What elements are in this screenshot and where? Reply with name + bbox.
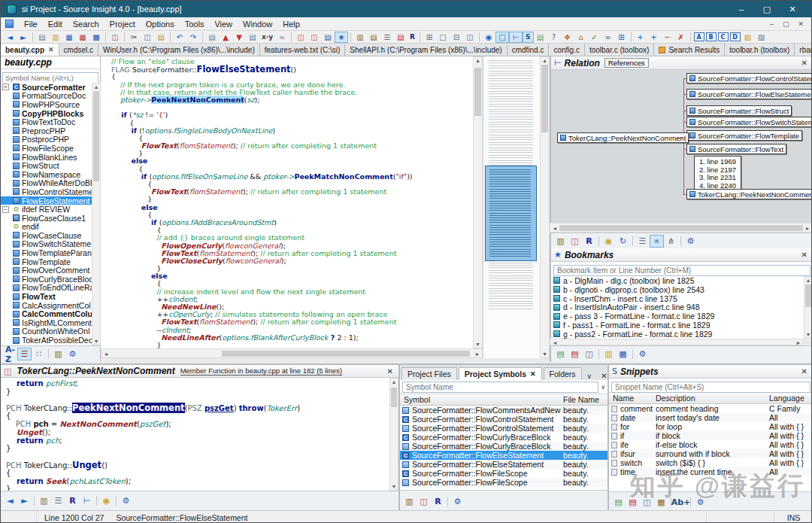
edit-snippet-button[interactable]: ▦ xyxy=(654,496,668,509)
tab-project-files[interactable]: Project Files xyxy=(401,367,457,380)
symbol-tree-item[interactable]: FlowWhileAfterDoBl xyxy=(1,179,100,188)
tab-toolbar.c[interactable]: toolbar.c (toolbox) xyxy=(585,44,655,56)
options-gear-button[interactable]: ⚙ xyxy=(119,494,133,507)
new-snippet-button[interactable]: ▤ xyxy=(611,496,626,509)
view-tree-button[interactable]: ⋔ xyxy=(664,235,678,248)
relation-close-icon[interactable]: ✕ xyxy=(799,59,810,67)
back-button[interactable]: ◄ xyxy=(3,32,17,43)
reference-book-button[interactable]: ▥ xyxy=(37,494,51,507)
add-line-before-button[interactable]: + xyxy=(634,32,647,43)
bookmark-a-button[interactable]: A xyxy=(694,32,704,41)
symbol-tree-item[interactable]: FlowToEndOfLineRa xyxy=(1,284,100,293)
folder-button[interactable]: ▧ xyxy=(741,32,755,43)
context-close-icon[interactable]: ✕ xyxy=(385,367,395,376)
snippet-row[interactable]: ifsursurround with if blockAll with { } xyxy=(609,449,812,458)
relation-node[interactable]: SourceFormatter::FlowText xyxy=(686,144,786,154)
relation-references-tab[interactable]: References xyxy=(604,58,649,68)
snippet-row[interactable]: timeinsert the current timeAll xyxy=(609,467,812,476)
tab-cmdsel.c[interactable]: cmdsel.c xyxy=(59,44,98,56)
bookmarks-vscrollbar[interactable]: ▲▼ xyxy=(804,276,812,339)
sort-alpha-button[interactable]: A-Z xyxy=(3,348,17,360)
previous-result-button[interactable]: ▲ xyxy=(219,32,232,43)
symbol-tree-item[interactable]: FlowTextToDoc xyxy=(1,117,100,126)
symbol-tree-item[interactable]: ⚙endif xyxy=(1,223,100,232)
menu-tools[interactable]: Tools xyxy=(180,20,210,29)
relation-r-button[interactable]: R xyxy=(408,32,417,43)
symbol-tree-item[interactable]: CalcCommentColu xyxy=(1,309,100,318)
mdi-close-button[interactable]: ✕ xyxy=(798,20,804,28)
symbol-tree-item[interactable]: PreprocPHP xyxy=(1,126,100,135)
save-as-button[interactable]: ▦ xyxy=(76,32,89,43)
symbol-tree-item[interactable]: FlowBlankLines xyxy=(1,153,100,162)
symbol-tree-item[interactable]: FlowCaseClause xyxy=(1,231,100,240)
symbol-tree-item[interactable]: FlowText xyxy=(1,292,100,301)
forward-button[interactable]: ► xyxy=(17,32,30,43)
panel-visibility-button[interactable]: ★ xyxy=(335,32,348,43)
menu-search[interactable]: Search xyxy=(68,20,105,29)
options-gear-button[interactable]: ⚙ xyxy=(65,348,80,360)
mdi-restore-button[interactable]: ▢ xyxy=(783,20,789,28)
view-list-button[interactable]: ☰ xyxy=(17,348,32,360)
refresh-button[interactable]: ↻ xyxy=(616,235,630,248)
options-gear-button[interactable]: ⚙ xyxy=(635,348,650,360)
replace-files-button[interactable]: ▤ xyxy=(246,32,259,43)
search-results-window-button[interactable]: ▤ xyxy=(394,32,408,43)
minimap-scrollbar[interactable]: ▲▼ xyxy=(540,56,550,358)
column-language[interactable]: Language xyxy=(769,394,812,403)
relation-root-node[interactable]: TokerCLang::PeekNextNonComment xyxy=(557,132,689,143)
line-ref[interactable]: 3. line 2231 xyxy=(699,174,736,182)
print-button[interactable]: ◫ xyxy=(108,32,122,43)
minimap-viewport[interactable] xyxy=(485,166,537,261)
bookmarks-hscrollbar[interactable]: ◄ ► xyxy=(550,339,804,345)
tab-featuresweb.txt[interactable]: features-web.txt (C:\si) xyxy=(260,44,346,56)
symbol-mode-button[interactable]: S xyxy=(523,32,533,43)
special-window-button[interactable]: ▨ xyxy=(755,32,768,43)
project-symbol-row[interactable]: SourceFormatter::FlowElseStatementbeauty… xyxy=(400,460,607,469)
code-editor[interactable]: // Flow an "else" clauseFLAG SourceForma… xyxy=(101,56,473,348)
editor-vscrollbar[interactable]: ▲▼ xyxy=(473,56,483,348)
cut-button[interactable]: ✂ xyxy=(127,32,141,43)
minimize-button[interactable]: – xyxy=(729,5,754,14)
bookmark-item[interactable]: f - pass1 - FormatLine - format.c line 1… xyxy=(551,321,804,330)
relation-node[interactable]: SourceFormatter::FlowControlStatement xyxy=(686,73,812,84)
symbol-tree-item[interactable]: FlowElseStatement xyxy=(1,196,100,205)
relation-r-button[interactable]: R xyxy=(431,495,445,508)
lock-button[interactable]: ◉ xyxy=(99,494,114,507)
context-code-view[interactable]: return pchFirst;} PCH TokerCLang::PeekNe… xyxy=(1,378,389,491)
check-button[interactable]: ✓ xyxy=(588,32,601,43)
save-bookmarks-button[interactable]: ▦ xyxy=(616,348,630,360)
symbol-tree-item[interactable]: FlowPHPSource xyxy=(1,100,100,109)
column-symbol[interactable]: Symbol xyxy=(400,395,561,404)
options-gear-button[interactable]: ⚙ xyxy=(693,496,707,509)
symbol-tree-item[interactable]: FlowStruct xyxy=(1,161,100,170)
code-minimap[interactable] xyxy=(483,56,540,358)
symbol-window-button[interactable]: ◫ xyxy=(294,32,308,43)
browse-mode-button[interactable]: ◉ xyxy=(482,32,495,43)
tree-expander-icon[interactable]: − xyxy=(2,206,9,213)
editor-hscrollbar[interactable]: ◄ ► xyxy=(101,348,483,358)
context-vscrollbar[interactable]: ▲▼ xyxy=(389,378,398,491)
new-bookmark-button[interactable]: ▤ xyxy=(553,348,568,360)
tab-search[interactable]: Search Results xyxy=(654,44,725,56)
bookmarks-close-icon[interactable]: ✕ xyxy=(799,251,810,259)
project-symbol-row[interactable]: SourceFormatter::FlowControlStatementbea… xyxy=(400,424,607,433)
new-file-button[interactable]: ▤ xyxy=(35,32,49,43)
bookmark-b-button[interactable]: B xyxy=(706,32,717,41)
snippet-row[interactable]: ifif blockAll with { } xyxy=(609,431,812,440)
tree-expander-icon[interactable]: − xyxy=(2,84,9,90)
relation-node[interactable]: TokerCLang::PeekNextNonComment xyxy=(686,189,812,199)
context-window-button[interactable]: ◫ xyxy=(308,32,321,43)
grid-button[interactable]: ⊞ xyxy=(615,32,629,43)
delete-line-button[interactable]: ✗ xyxy=(674,32,688,43)
tab-close-icon[interactable]: ✕ xyxy=(530,370,536,378)
symbol-tree-item[interactable]: FlowTemplate xyxy=(1,257,100,266)
home-button[interactable]: ⌂ xyxy=(574,32,588,43)
tab-close-icon[interactable]: ✕ xyxy=(48,46,54,53)
link-button[interactable]: ∞ xyxy=(601,32,615,43)
symbol-tree-item[interactable]: FlowOverComment xyxy=(1,266,100,275)
project-symbol-row[interactable]: SourceFormatter::FlowCurlyBraceBlockbeau… xyxy=(400,442,607,451)
symbol-tree-item[interactable]: CalcAssignmentCol xyxy=(1,301,100,310)
back-button[interactable]: ◄ xyxy=(3,494,17,507)
symbol-tree-item[interactable]: −CSourceFormatter xyxy=(1,83,100,92)
menu-edit[interactable]: Edit xyxy=(43,20,68,29)
